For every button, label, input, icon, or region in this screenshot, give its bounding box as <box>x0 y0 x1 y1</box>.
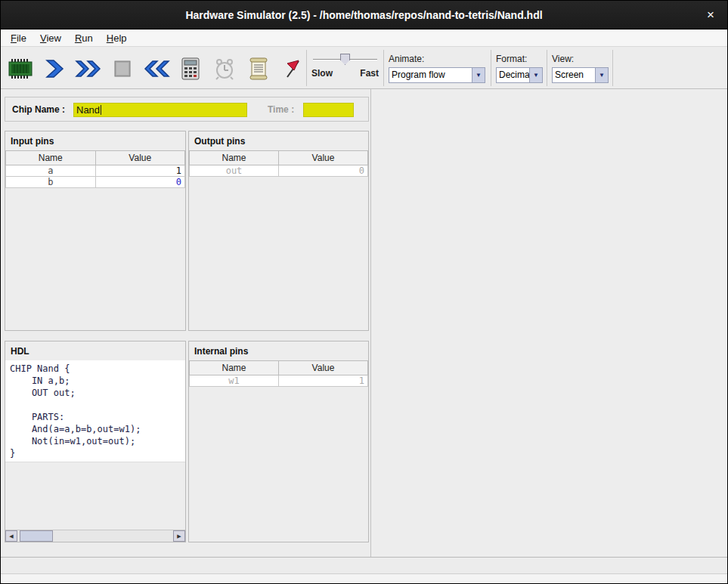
column-header-name: Name <box>190 361 279 375</box>
animate-group: Animate: Program flow ▼ <box>383 50 491 86</box>
chevron-down-icon[interactable]: ▼ <box>595 68 608 82</box>
slider-fast-label: Fast <box>360 68 379 79</box>
breakpoint-icon[interactable] <box>279 55 306 82</box>
internal-pins-panel: Internal pins Name Value w1 1 <box>188 341 369 542</box>
column-header-name: Name <box>6 151 96 165</box>
script-icon[interactable] <box>245 55 272 82</box>
chevron-down-icon[interactable]: ▼ <box>529 68 542 82</box>
chip-name-input[interactable]: Nand <box>73 103 247 117</box>
time-label: Time : <box>268 104 294 115</box>
format-group: Format: Decimal ▼ <box>491 50 547 86</box>
view-dropdown[interactable]: Screen ▼ <box>552 67 609 83</box>
format-label: Format: <box>496 54 542 64</box>
pin-value-cell: 1 <box>279 375 368 387</box>
table-row: out 0 <box>190 165 368 177</box>
table-row: a 1 <box>6 165 185 177</box>
time-field <box>303 103 354 117</box>
internal-pins-title: Internal pins <box>189 341 368 360</box>
calculator-icon[interactable] <box>177 55 204 82</box>
load-chip-icon[interactable] <box>7 55 34 82</box>
output-pins-panel: Output pins Name Value out 0 <box>188 131 369 331</box>
pin-name-cell: w1 <box>190 375 279 387</box>
view-group: View: Screen ▼ <box>547 50 613 86</box>
main-area: Chip Name : Nand Time : Input pins Name … <box>1 89 727 557</box>
titlebar[interactable]: Hardware Simulator (2.5) - /home/thomas/… <box>1 1 727 29</box>
column-header-name: Name <box>190 151 279 165</box>
status-message-area <box>1 573 727 583</box>
menu-run[interactable]: Run <box>68 31 100 45</box>
table-row: b 0 <box>6 177 185 188</box>
input-pins-panel: Input pins Name Value a 1 b 0 <box>5 131 186 331</box>
table-row: w1 1 <box>190 375 368 387</box>
input-pins-table: Name Value a 1 b 0 <box>5 150 185 188</box>
chip-name-label: Chip Name : <box>12 104 65 115</box>
hardware-simulator-window: Hardware Simulator (2.5) - /home/thomas/… <box>0 0 728 584</box>
menu-file[interactable]: File <box>4 31 33 45</box>
slider-slow-label: Slow <box>311 68 333 79</box>
chip-name-value: Nand <box>76 104 100 116</box>
pin-value-cell[interactable]: 1 <box>95 165 185 177</box>
screen-view-panel <box>370 89 727 557</box>
speed-slider-group: Slow Fast <box>306 50 383 86</box>
run-icon[interactable] <box>75 55 102 82</box>
pin-value-cell[interactable]: 0 <box>95 177 185 188</box>
pin-name-cell: b <box>6 177 96 188</box>
scrollbar-track[interactable] <box>17 530 173 542</box>
column-header-value: Value <box>279 361 368 375</box>
column-header-value: Value <box>279 151 368 165</box>
hdl-horizontal-scrollbar[interactable]: ◀ ▶ <box>5 530 185 542</box>
pin-value-cell: 0 <box>279 165 368 177</box>
hdl-title: HDL <box>5 341 185 360</box>
menu-help[interactable]: Help <box>100 31 134 45</box>
menubar: File View Run Help <box>1 30 727 47</box>
status-bar <box>1 557 727 583</box>
view-value: Screen <box>553 68 595 82</box>
animate-value: Program flow <box>389 68 472 82</box>
input-pins-title: Input pins <box>5 131 185 150</box>
toolbar: Slow Fast Animate: Program flow ▼ Format… <box>1 48 727 89</box>
close-icon[interactable]: × <box>702 6 720 24</box>
pin-name-cell: out <box>190 165 279 177</box>
menu-view[interactable]: View <box>33 31 68 45</box>
internal-pins-table: Name Value w1 1 <box>189 360 368 387</box>
hdl-code-view: CHIP Nand { IN a,b; OUT out; PARTS: And(… <box>5 360 185 462</box>
clock-icon[interactable] <box>211 55 238 82</box>
slider-thumb[interactable] <box>340 54 350 65</box>
scroll-left-icon[interactable]: ◀ <box>5 530 17 542</box>
scroll-right-icon[interactable]: ▶ <box>173 530 185 542</box>
chevron-down-icon[interactable]: ▼ <box>472 68 485 82</box>
toolbar-icons <box>7 55 306 82</box>
pin-name-cell: a <box>6 165 96 177</box>
chip-panels-column: Chip Name : Nand Time : Input pins Name … <box>1 89 370 557</box>
speed-slider[interactable] <box>311 54 379 66</box>
text-caret <box>101 105 101 115</box>
animate-label: Animate: <box>389 54 486 64</box>
format-value: Decimal <box>497 68 529 82</box>
hdl-panel: HDL CHIP Nand { IN a,b; OUT out; PARTS: … <box>5 341 186 542</box>
animate-dropdown[interactable]: Program flow ▼ <box>389 67 485 83</box>
view-label: View: <box>552 54 608 64</box>
column-header-value: Value <box>95 151 185 165</box>
format-dropdown[interactable]: Decimal ▼ <box>496 67 543 83</box>
chip-name-row: Chip Name : Nand Time : <box>5 97 369 122</box>
stop-icon[interactable] <box>109 55 136 82</box>
window-title: Hardware Simulator (2.5) - /home/thomas/… <box>185 9 542 21</box>
single-step-icon[interactable] <box>41 55 68 82</box>
reset-icon[interactable] <box>143 55 170 82</box>
output-pins-table: Name Value out 0 <box>189 150 368 177</box>
output-pins-title: Output pins <box>189 131 368 150</box>
scrollbar-thumb[interactable] <box>20 530 53 542</box>
